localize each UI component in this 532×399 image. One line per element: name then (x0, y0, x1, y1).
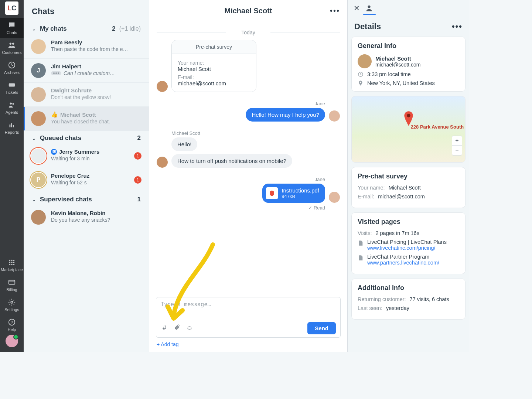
svg-point-0 (10, 42, 11, 45)
avatar (157, 157, 168, 168)
avatar (31, 39, 46, 54)
card-visited-pages: Visited pages Visits:2 pages in 7m 16s L… (351, 212, 466, 274)
card-prechat-survey: Pre-chat survey Your name:Michael Scott … (351, 167, 466, 208)
zoom-in-button[interactable]: + (452, 136, 462, 146)
rail-agents[interactable]: Agents (0, 98, 24, 117)
clock-icon (358, 71, 364, 77)
chat-list-panel: Chats ⌄ My chats 2 (+1 idle) Pam Beesly … (24, 0, 149, 352)
section-queued-chats[interactable]: ⌄ Queued chats 2 (24, 131, 149, 144)
grid-icon (8, 258, 16, 266)
avatar (358, 54, 372, 68)
avatar: P (31, 173, 46, 187)
svg-point-9 (9, 259, 11, 261)
rail-help[interactable]: ?Help (0, 315, 24, 335)
emoji-icon[interactable]: ☺ (186, 324, 193, 332)
svg-rect-6 (10, 125, 11, 127)
send-button[interactable]: Send (307, 322, 336, 334)
svg-point-11 (13, 259, 15, 261)
add-tag-link[interactable]: + Add tag (157, 341, 347, 347)
message-input[interactable] (161, 301, 336, 322)
visited-page-item[interactable]: LiveChat Pricing | LiveChat Planswww.liv… (358, 239, 459, 251)
chevron-down-icon: ⌄ (32, 197, 36, 202)
map-zoom-controls: + − (452, 136, 462, 156)
conversation-title: Michael Scott (225, 7, 272, 15)
chat-item-kevin[interactable]: Kevin Malone, Robin Do you have any snac… (24, 205, 149, 229)
gear-icon (8, 298, 16, 306)
chat-item-michael[interactable]: 👍Michael Scott You have closed the chat. (24, 107, 149, 131)
chat-item-dwight[interactable]: Dwight Schrute Don't eat the yellow snow… (24, 83, 149, 107)
unread-badge: 1 (134, 152, 141, 160)
pdf-icon (266, 187, 278, 199)
message-composer: # ☺ Send (156, 297, 341, 338)
svg-rect-7 (11, 123, 12, 127)
more-menu-icon[interactable]: ••• (330, 7, 340, 15)
rail-tickets[interactable]: Tickets (0, 78, 24, 98)
section-my-chats[interactable]: ⌄ My chats 2 (+1 idle) (24, 21, 149, 35)
unread-badge: 1 (134, 176, 141, 184)
card-general-info: General Info Michael Scott michael@scott… (351, 37, 466, 92)
conversation-header: Michael Scott ••• (149, 0, 347, 22)
chat-item-jerry[interactable]: ✉Jerry Summers Waiting for 3 min 1 (24, 144, 149, 168)
current-user-avatar[interactable] (6, 335, 18, 347)
rail-marketplace[interactable]: Marketplace (0, 255, 24, 275)
rail-customers[interactable]: Customers (0, 38, 24, 58)
rail-billing[interactable]: Billing (0, 275, 24, 295)
svg-rect-8 (13, 125, 14, 127)
attachment-icon[interactable] (173, 324, 181, 332)
hashtag-icon[interactable]: # (161, 324, 168, 332)
clock-icon (8, 61, 16, 69)
page-icon (358, 240, 364, 246)
chevron-down-icon: ⌄ (32, 26, 36, 32)
chevron-down-icon: ⌄ (32, 135, 36, 141)
people-icon (8, 41, 16, 49)
card-additional-info: Additional info Returning customer:77 vi… (351, 279, 466, 320)
messenger-icon: ✉ (51, 149, 57, 155)
svg-point-1 (12, 42, 14, 45)
visitor-message: Hello! (171, 137, 197, 151)
sender-label: Michael Scott (171, 130, 340, 136)
svg-rect-19 (9, 282, 15, 282)
rail-settings[interactable]: Settings (0, 295, 24, 315)
svg-point-16 (11, 263, 13, 265)
svg-point-20 (11, 301, 13, 303)
zoom-out-button[interactable]: − (452, 146, 462, 155)
help-icon: ? (8, 318, 16, 326)
rail-chats[interactable]: Chats (0, 18, 24, 38)
avatar: J (31, 63, 46, 78)
chat-item-jim[interactable]: J Jim Halpert Can I create custom… (24, 59, 149, 83)
left-rail: LC Chats Customers Archives Tickets Agen… (0, 0, 24, 352)
more-menu-icon[interactable]: ••• (452, 22, 463, 31)
sender-label: Jane (157, 177, 325, 182)
person-icon[interactable] (365, 4, 373, 12)
read-receipt: ✓ Read (157, 205, 325, 211)
visited-page-item[interactable]: LiveChat Partner Programwww.partners.liv… (358, 254, 459, 266)
details-panel: ✕ Details ••• General Info Michael Scott… (347, 0, 469, 352)
svg-text:?: ? (11, 320, 13, 325)
rail-reports[interactable]: Reports (0, 117, 24, 137)
svg-point-10 (11, 259, 13, 261)
close-icon[interactable]: ✕ (354, 4, 360, 13)
chat-item-penelope[interactable]: P Penelope Cruz Waiting for 52 s 1 (24, 168, 149, 192)
survey-card: Pre-chat survey Your name: Michael Scott… (171, 40, 256, 92)
avatar (329, 192, 340, 203)
chat-list-title: Chats (24, 0, 149, 21)
app-logo: LC (5, 1, 18, 15)
file-attachment[interactable]: Instructions.pdf 947kB (262, 184, 325, 203)
section-supervised-chats[interactable]: ⌄ Supervised chats 1 (24, 192, 149, 205)
message-scroll[interactable]: Today Pre-chat survey Your name: Michael… (149, 22, 347, 297)
location-map[interactable]: 228 Park Avenue South + − (351, 96, 466, 163)
svg-point-13 (11, 262, 13, 263)
svg-point-25 (407, 114, 410, 117)
typing-indicator-icon (51, 71, 61, 75)
chat-item-pam[interactable]: Pam Beesly Then paste the code from the … (24, 35, 149, 59)
svg-rect-3 (9, 83, 15, 86)
rail-archives[interactable]: Archives (0, 58, 24, 78)
avatar (31, 149, 46, 163)
details-title: Details ••• (348, 17, 469, 37)
active-tab-indicator (363, 14, 376, 15)
date-separator: Today (157, 30, 340, 35)
svg-point-4 (10, 102, 12, 105)
survey-message: Pre-chat survey Your name: Michael Scott… (157, 40, 340, 92)
page-icon (358, 255, 364, 261)
agents-icon (8, 101, 16, 109)
